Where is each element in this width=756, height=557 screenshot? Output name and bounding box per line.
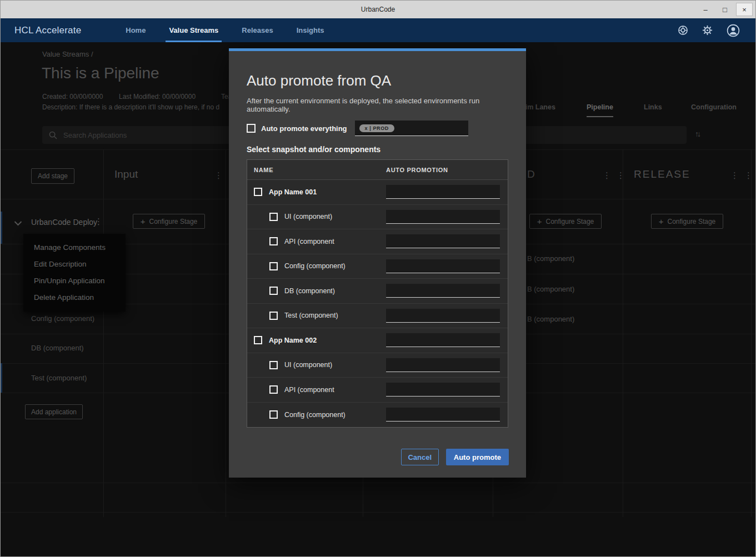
row-checkbox[interactable] bbox=[269, 213, 278, 221]
select-components-heading: Select snapshot and/or components bbox=[247, 145, 508, 154]
auto-promotion-input[interactable] bbox=[386, 358, 500, 372]
top-navbar: HCL Accelerate Home Value Streams Releas… bbox=[1, 18, 755, 42]
table-row-component: Config (component) bbox=[247, 254, 508, 279]
table-row-component: UI (component) bbox=[247, 353, 508, 378]
row-label: App Name 002 bbox=[269, 337, 317, 344]
row-label: API (component bbox=[284, 238, 334, 245]
row-label: Test (component) bbox=[284, 312, 338, 319]
auto-promotion-input[interactable] bbox=[386, 408, 500, 421]
auto-promotion-input[interactable] bbox=[386, 284, 500, 298]
window-controls: – □ × bbox=[697, 3, 753, 16]
auto-promotion-column-header: AUTO PROMOTION bbox=[386, 167, 500, 173]
promotion-table: NAME AUTO PROMOTION App Name 001 UI (com… bbox=[247, 159, 508, 428]
nav-value-streams[interactable]: Value Streams bbox=[169, 18, 218, 42]
table-row-component: API (component bbox=[247, 378, 508, 403]
auto-promotion-input[interactable] bbox=[386, 210, 500, 224]
dialog-subtitle: After the current environment is deploye… bbox=[247, 97, 508, 113]
auto-promote-everything-checkbox[interactable] bbox=[247, 124, 256, 133]
row-checkbox[interactable] bbox=[269, 262, 278, 270]
row-label: UI (component) bbox=[284, 213, 332, 220]
auto-promotion-input[interactable] bbox=[386, 333, 500, 347]
auto-promotion-input[interactable] bbox=[386, 309, 500, 323]
auto-promote-everything-label: Auto promote everything bbox=[261, 124, 347, 133]
table-row-component: DB (component) bbox=[247, 279, 508, 304]
row-label: DB (component) bbox=[284, 287, 335, 295]
table-row-component: UI (component) bbox=[247, 205, 508, 230]
window-titlebar: UrbanCode – □ × bbox=[1, 1, 755, 18]
row-checkbox[interactable] bbox=[269, 385, 278, 394]
dialog-footer: Cancel Auto promote bbox=[401, 449, 509, 465]
auto-promote-dialog: Auto promote from QA After the current e… bbox=[229, 48, 526, 478]
nav-home[interactable]: Home bbox=[126, 18, 146, 42]
user-avatar-icon[interactable] bbox=[727, 24, 740, 37]
navbar-icons bbox=[678, 18, 740, 42]
dialog-title: Auto promote from QA bbox=[247, 72, 508, 89]
row-label: UI (component) bbox=[284, 361, 332, 369]
cancel-button[interactable]: Cancel bbox=[401, 449, 439, 465]
auto-promotion-input[interactable] bbox=[386, 185, 500, 199]
auto-promote-button[interactable]: Auto promote bbox=[446, 449, 509, 465]
table-row-app: App Name 001 bbox=[247, 180, 508, 205]
row-label: API (component bbox=[284, 386, 334, 394]
close-button[interactable]: × bbox=[736, 3, 753, 16]
nav-releases[interactable]: Releases bbox=[242, 18, 273, 42]
minimize-button[interactable]: – bbox=[697, 3, 714, 16]
table-row-component: Config (component) bbox=[247, 403, 508, 428]
promotion-table-header: NAME AUTO PROMOTION bbox=[247, 160, 508, 180]
help-icon[interactable] bbox=[678, 25, 688, 36]
row-checkbox[interactable] bbox=[254, 188, 262, 196]
row-checkbox[interactable] bbox=[269, 410, 278, 419]
table-row-component: Test (component) bbox=[247, 304, 508, 329]
row-checkbox[interactable] bbox=[269, 312, 278, 320]
auto-promotion-input[interactable] bbox=[386, 234, 500, 248]
environment-chip-input[interactable]: x | PROD bbox=[355, 121, 468, 136]
maximize-button[interactable]: □ bbox=[717, 3, 733, 16]
app-window: UrbanCode – □ × HCL Accelerate Home Valu… bbox=[0, 0, 756, 557]
row-checkbox[interactable] bbox=[269, 237, 278, 245]
primary-nav: Home Value Streams Releases Insights bbox=[126, 18, 324, 42]
table-row-app: App Name 002 bbox=[247, 328, 508, 353]
nav-insights[interactable]: Insights bbox=[297, 18, 324, 42]
environment-chip[interactable]: x | PROD bbox=[359, 124, 394, 132]
row-label: Config (component) bbox=[284, 411, 346, 419]
auto-promotion-input[interactable] bbox=[386, 259, 500, 273]
name-column-header: NAME bbox=[254, 167, 273, 173]
gear-icon[interactable] bbox=[702, 25, 713, 36]
row-checkbox[interactable] bbox=[269, 287, 278, 295]
row-checkbox[interactable] bbox=[254, 336, 262, 344]
row-label: App Name 001 bbox=[269, 188, 317, 196]
row-label: Config (component) bbox=[284, 262, 346, 270]
auto-promote-everything-row: Auto promote everything x | PROD bbox=[247, 121, 508, 136]
table-row-component: API (component bbox=[247, 229, 508, 254]
window-title: UrbanCode bbox=[361, 6, 395, 13]
row-checkbox[interactable] bbox=[269, 361, 278, 369]
brand-logo[interactable]: HCL Accelerate bbox=[14, 25, 81, 36]
page-content: Value Streams / This is a Pipeline Creat… bbox=[1, 42, 756, 557]
auto-promotion-input[interactable] bbox=[386, 383, 500, 397]
